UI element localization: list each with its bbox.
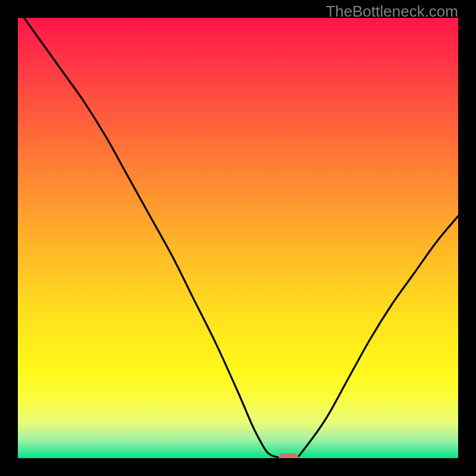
optimal-marker — [278, 453, 299, 458]
watermark-text: TheBottleneck.com — [325, 2, 458, 21]
chart-frame: TheBottleneck.com — [0, 0, 476, 476]
plot-area — [18, 18, 458, 458]
chart-svg — [18, 18, 458, 458]
